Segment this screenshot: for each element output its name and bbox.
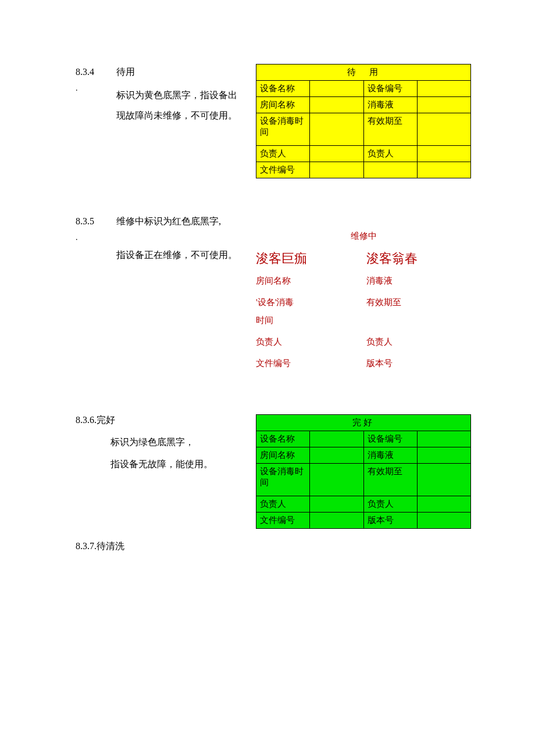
table-836-title-row: 完好: [256, 415, 471, 431]
cell-val: [310, 113, 363, 146]
cell-label: 设备消毒时间: [256, 113, 310, 146]
big-l: 浚客巨痂: [256, 250, 366, 267]
title-836: 完好: [97, 415, 115, 425]
block-row: 文件编号版本号: [256, 358, 471, 369]
section-834: 8.3.4 . 待用 标识为黄色底黑字，指设备出 现故障尚未维修，不可使用。 待…: [76, 64, 471, 178]
table-836-title: 完好: [256, 415, 471, 431]
cell-val: [417, 146, 470, 162]
table-row: 设备名称设备编号: [256, 81, 471, 97]
cell-label: 消毒液: [366, 275, 471, 286]
cell-label: 负责人: [256, 146, 310, 162]
cell-label: 版本号: [366, 358, 471, 369]
cell-val: [310, 513, 363, 529]
cell-label: 设备消毒时间: [256, 464, 310, 496]
dot-834: .: [76, 81, 116, 95]
block-row: 房间名称消毒液: [256, 275, 471, 286]
cell-label: 设备编号: [363, 431, 417, 447]
dot-835: .: [76, 230, 116, 245]
section-836-text: 8.3.6.完好 标识为绿色底黑字， 指设备无故障，能使用。: [76, 414, 256, 476]
table-row: 负责人负责人: [256, 496, 471, 513]
cell-label: 房间名称: [256, 275, 366, 286]
table-row: 负责人负责人: [256, 146, 471, 162]
cell-label: 版本号: [363, 513, 417, 529]
cell-label: [363, 162, 417, 178]
block-835: 维修中 浚客巨痂 浚客翁春 房间名称消毒液 '设各'消毒有效期至 时间 负责人负…: [256, 231, 471, 379]
cell-label: 消毒液: [363, 97, 417, 113]
cell-val: [417, 513, 470, 529]
cell-val: [310, 97, 363, 113]
table-row: 设备消毒时间有效期至: [256, 113, 471, 146]
num-836: 8.3.6.: [76, 415, 97, 425]
cell-label: 时间: [256, 315, 366, 326]
desc-836-l1: 标识为绿色底黑字，: [110, 431, 256, 453]
cell-label: 设备名称: [256, 81, 310, 97]
cell-label: 文件编号: [256, 358, 366, 369]
cell-val: [417, 464, 470, 496]
cell-label: 文件编号: [256, 162, 310, 178]
heading-835: 8.3.5 . 维修中标识为红色底黑字,: [76, 213, 256, 245]
table-834-title-row: 待 用: [256, 65, 471, 81]
cell-val: [310, 447, 363, 464]
table-834: 待 用 设备名称设备编号 房间名称消毒液 设备消毒时间有效期至 负责人负责人 文…: [256, 64, 471, 178]
cell-val: [417, 162, 470, 178]
table-836: 完好 设备名称设备编号 房间名称消毒液 设备消毒时间有效期至 负责人负责人 文件…: [256, 414, 471, 529]
cell-val: [417, 496, 470, 513]
cell-val: [310, 146, 363, 162]
num-835: 8.3.5: [76, 213, 116, 230]
cell-label: 文件编号: [256, 513, 310, 529]
table-row: 设备消毒时间有效期至: [256, 464, 471, 496]
cell-val: [417, 447, 470, 464]
block-835-bigrow: 浚客巨痂 浚客翁春: [256, 250, 471, 267]
cell-label: 有效期至: [366, 297, 471, 308]
block-row: '设各'消毒有效期至: [256, 297, 471, 308]
cell-val: [310, 162, 363, 178]
title-834: 待用: [116, 64, 256, 81]
cell-label: 有效期至: [363, 113, 417, 146]
cell-label: '设各'消毒: [256, 297, 366, 308]
section-835-text: 8.3.5 . 维修中标识为红色底黑字, 指设备正在维修，不可使用。: [76, 213, 256, 265]
block-row: 时间: [256, 315, 471, 326]
table-row: 房间名称消毒液: [256, 447, 471, 464]
num-837: 8.3.7.: [76, 541, 97, 551]
desc-836-l2: 指设备无故障，能使用。: [110, 453, 256, 475]
desc-834-l1: 标识为黄色底黑字，指设备出: [116, 85, 256, 105]
cell-label: 有效期至: [363, 464, 417, 496]
cell-label: 负责人: [363, 496, 417, 513]
cell-val: [417, 431, 470, 447]
table-834-title: 待 用: [256, 65, 471, 81]
desc-834-l2: 现故障尚未维修，不可使用。: [116, 105, 256, 126]
section-835: 8.3.5 . 维修中标识为红色底黑字, 指设备正在维修，不可使用。 维修中 浚…: [76, 213, 471, 379]
table-row: 文件编号: [256, 162, 471, 178]
cell-val: [310, 496, 363, 513]
cell-label: 负责人: [366, 336, 471, 347]
block-835-title: 维修中: [256, 231, 471, 242]
big-r: 浚客翁春: [366, 250, 471, 267]
section-834-text: 8.3.4 . 待用 标识为黄色底黑字，指设备出 现故障尚未维修，不可使用。: [76, 64, 256, 126]
section-836: 8.3.6.完好 标识为绿色底黑字， 指设备无故障，能使用。 完好 设备名称设备…: [76, 414, 471, 529]
table-row: 房间名称消毒液: [256, 97, 471, 113]
cell-val: [310, 431, 363, 447]
cell-val: [417, 113, 470, 146]
table-row: 文件编号版本号: [256, 513, 471, 529]
cell-val: [417, 97, 470, 113]
cell-val: [417, 81, 470, 97]
cell-label: 设备编号: [363, 81, 417, 97]
section-837: 8.3.7.待清洗: [76, 540, 471, 553]
cell-val: [310, 81, 363, 97]
num-834: 8.3.4: [76, 64, 116, 81]
block-row: 负责人负责人: [256, 336, 471, 347]
cell-label: 消毒液: [363, 447, 417, 464]
table-row: 设备名称设备编号: [256, 431, 471, 447]
cell-val: [310, 464, 363, 496]
line2-835: 指设备正在维修，不可使用。: [116, 245, 256, 265]
cell-label: 设备名称: [256, 431, 310, 447]
cell-label: 负责人: [256, 336, 366, 347]
heading-836: 8.3.6.完好: [76, 414, 256, 427]
title-837: 待清洗: [97, 541, 124, 551]
cell-label: 负责人: [256, 496, 310, 513]
line1-835: 维修中标识为红色底黑字,: [116, 213, 256, 230]
cell-label: 负责人: [363, 146, 417, 162]
cell-label: 房间名称: [256, 97, 310, 113]
cell-label: 房间名称: [256, 447, 310, 464]
